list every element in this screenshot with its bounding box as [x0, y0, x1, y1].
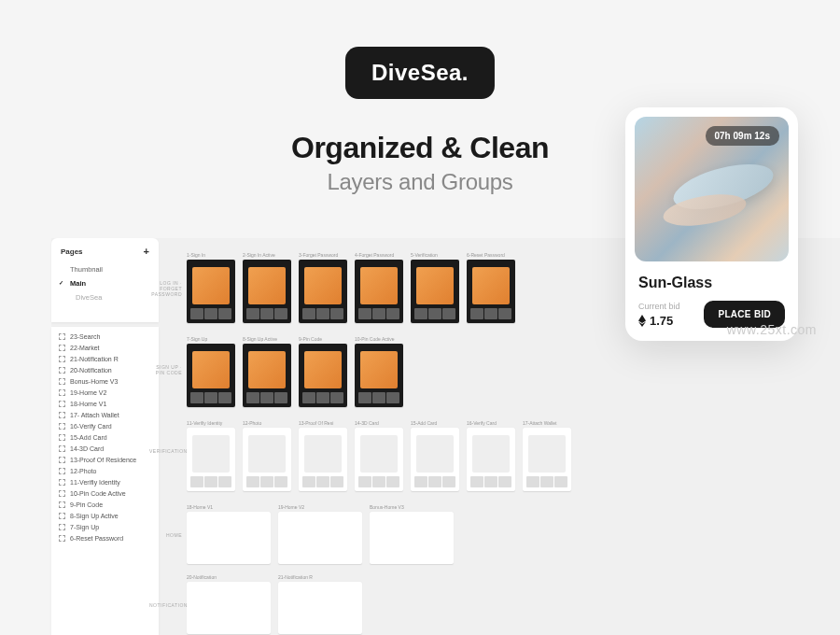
watermark: www.25xt.com	[727, 322, 817, 337]
layer-item[interactable]: 19-Home V2	[51, 387, 159, 398]
pages-title: Pages	[61, 247, 83, 256]
layer-label: 16-Verify Card	[70, 423, 112, 430]
frame-thumb	[187, 512, 271, 564]
layer-item[interactable]: 6-Reset Password	[51, 532, 159, 543]
frame-thumb	[278, 512, 362, 564]
layer-label: 13-Proof Of Residence	[70, 457, 136, 463]
frame-label: 13-Proof Of Resi	[299, 420, 347, 426]
frame[interactable]: 11-Verifiy Identity	[187, 420, 235, 491]
frame-icon	[59, 378, 65, 385]
frame-thumb	[467, 428, 515, 491]
frame[interactable]: 14-3D Card	[355, 420, 403, 491]
frame-thumb	[187, 260, 235, 323]
page-item[interactable]: Main	[51, 276, 159, 290]
frame-icon	[59, 468, 65, 474]
frame-label: 6-Reset Password	[467, 252, 515, 258]
frame[interactable]: 7-Sign Up	[187, 336, 235, 407]
frame[interactable]: 15-Add Card	[411, 420, 459, 491]
frame[interactable]: 4-Forget Password	[355, 252, 403, 323]
frame[interactable]: 5-Verification	[411, 252, 459, 323]
frame[interactable]: 19-Home V2	[278, 504, 362, 564]
layer-item[interactable]: 21-Notification R	[51, 353, 159, 364]
frame-icon	[59, 345, 65, 351]
layer-item[interactable]: 11-Verifiy Identity	[51, 476, 159, 487]
frame-thumb	[370, 512, 454, 564]
frame-icon	[59, 333, 65, 340]
frame[interactable]: 20-Notification	[187, 574, 271, 634]
layer-label: 15-Add Card	[70, 434, 107, 441]
frame-thumb	[243, 260, 291, 323]
layer-item[interactable]: 14-3D Card	[51, 443, 159, 454]
frame-row: 18-Home V119-Home V2Bonus-Home V3	[187, 504, 454, 564]
frame-thumb	[243, 428, 291, 491]
frame-thumb	[467, 260, 515, 323]
layer-item[interactable]: 10-Pin Code Active	[51, 487, 159, 499]
layer-item[interactable]: 13-Proof Of Residence	[51, 454, 159, 465]
layer-label: 11-Verifiy Identity	[70, 479, 120, 486]
layer-item[interactable]: 12-Photo	[51, 465, 159, 476]
frame-thumb	[299, 344, 347, 407]
layer-label: 10-Pin Code Active	[70, 490, 126, 497]
frame[interactable]: 18-Home V1	[187, 504, 271, 564]
frame-label: 10-Pin Code Active	[355, 336, 403, 342]
frame-thumb	[523, 428, 571, 491]
frame-icon	[59, 479, 65, 486]
bid-amount: 1.75	[650, 314, 673, 328]
layer-item[interactable]: 15-Add Card	[51, 431, 159, 443]
frame-label: 19-Home V2	[278, 504, 327, 510]
frame-icon	[59, 412, 65, 418]
frame-thumb	[411, 428, 459, 491]
layer-item[interactable]: 7-Sign Up	[51, 521, 159, 532]
layer-label: 17- Attach Wallet	[70, 412, 119, 418]
frame-thumb	[355, 428, 403, 491]
frame[interactable]: 17-Attach Wallet	[523, 420, 571, 491]
row-label: VERIFICATION	[149, 448, 182, 454]
layer-item[interactable]: 9-Pin Code	[51, 499, 159, 510]
layer-item[interactable]: 22-Market	[51, 342, 159, 353]
frame[interactable]: 8-Sign Up Active	[243, 336, 291, 407]
frame[interactable]: 16-Verify Card	[467, 420, 515, 491]
row-label: LOG IN · FORGET PASSWORD	[149, 280, 182, 297]
timer-badge: 07h 09m 12s	[706, 126, 780, 146]
layer-item[interactable]: 20-Notification	[51, 364, 159, 375]
layer-label: 18-Home V1	[70, 401, 106, 407]
frame[interactable]: 10-Pin Code Active	[355, 336, 403, 407]
frame-label: 4-Forget Password	[355, 252, 403, 258]
layer-label: Bonus-Home V3	[70, 378, 118, 385]
layer-label: 20-Notification	[70, 367, 112, 374]
frame[interactable]: 9-Pin Code	[299, 336, 347, 407]
layer-item[interactable]: 17- Attach Wallet	[51, 409, 159, 420]
frame-label: 9-Pin Code	[299, 336, 347, 342]
nft-image: 07h 09m 12s	[635, 117, 789, 261]
row-label: NOTIFICATION	[149, 602, 182, 608]
frame-label: 3-Forget Password	[299, 252, 347, 258]
layer-item[interactable]: 18-Home V1	[51, 398, 159, 409]
frame-label: 1-Sign In	[187, 252, 235, 258]
frame[interactable]: 2-Sign In Active	[243, 252, 291, 323]
frame-icon	[59, 401, 65, 407]
layer-label: 21-Notification R	[70, 356, 119, 362]
frame-label: 2-Sign In Active	[243, 252, 291, 258]
frame[interactable]: 6-Reset Password	[467, 252, 515, 323]
frame-row: 1-Sign In2-Sign In Active3-Forget Passwo…	[187, 252, 515, 323]
layer-label: 7-Sign Up	[70, 524, 99, 530]
frame[interactable]: 21-Notification R	[278, 574, 362, 634]
layer-label: 19-Home V2	[70, 389, 106, 396]
frame-icon	[59, 490, 65, 497]
frame-icon	[59, 356, 65, 362]
add-page-button[interactable]: +	[144, 246, 149, 257]
page-item[interactable]: Thumbnail	[51, 262, 159, 276]
frame-icon	[59, 367, 65, 374]
frame[interactable]: 3-Forget Password	[299, 252, 347, 323]
frame[interactable]: Bonus-Home V3	[370, 504, 454, 564]
page-item[interactable]: DiveSea	[51, 290, 159, 304]
layer-item[interactable]: Bonus-Home V3	[51, 375, 159, 387]
layer-item[interactable]: 16-Verify Card	[51, 420, 159, 431]
layer-item[interactable]: 8-Sign Up Active	[51, 510, 159, 521]
frame[interactable]: 1-Sign In	[187, 252, 235, 323]
frame[interactable]: 13-Proof Of Resi	[299, 420, 347, 491]
frame-thumb	[299, 428, 347, 491]
layer-item[interactable]: 23-Search	[51, 331, 159, 342]
frame[interactable]: 12-Photo	[243, 420, 291, 491]
frame-label: 20-Notification	[187, 574, 235, 580]
